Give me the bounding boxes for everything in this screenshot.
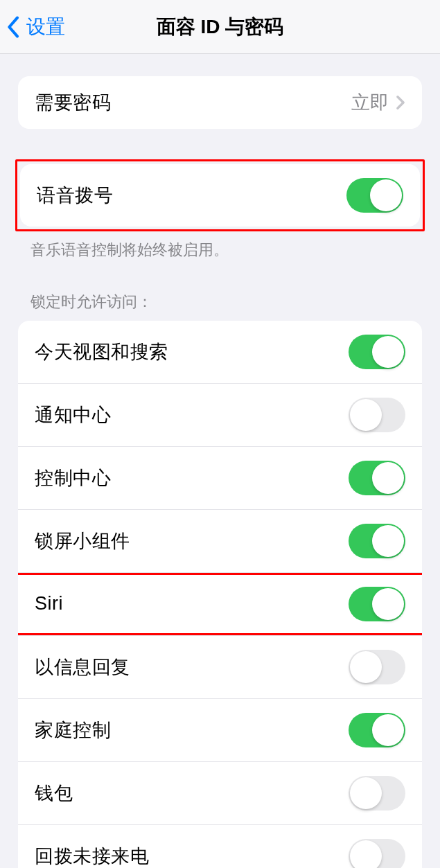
lock-access-row: 通知中心: [18, 384, 422, 447]
lock-access-toggle[interactable]: [349, 839, 405, 868]
lock-access-group: 今天视图和搜索通知中心控制中心锁屏小组件Siri以信息回复家庭控制钱包回拨未接来…: [18, 321, 422, 868]
voice-dial-label: 语音拨号: [37, 183, 113, 208]
lock-access-row: 以信息回复: [18, 636, 422, 699]
lock-access-row: 钱包: [18, 762, 422, 825]
navigation-bar: 设置 面容 ID 与密码: [0, 0, 440, 54]
highlight-voice-dial: 语音拨号: [15, 159, 425, 231]
lock-access-toggle[interactable]: [349, 461, 405, 495]
voice-dial-group: 语音拨号: [20, 164, 420, 227]
lock-access-row: 今天视图和搜索: [18, 321, 422, 384]
chevron-left-icon: [7, 15, 21, 39]
require-passcode-group: 需要密码 立即: [18, 76, 422, 129]
page-title: 面容 ID 与密码: [0, 14, 440, 40]
lock-access-label: 通知中心: [35, 402, 111, 427]
lock-access-label: 回拨未接来电: [35, 844, 149, 868]
lock-access-row-siri: Siri: [18, 573, 422, 636]
lock-access-toggle[interactable]: [349, 335, 405, 369]
lock-access-row: 控制中心: [18, 447, 422, 510]
chevron-right-icon: [396, 95, 405, 110]
require-passcode-label: 需要密码: [35, 90, 111, 115]
lock-access-toggle[interactable]: [349, 524, 405, 558]
lock-access-label: 控制中心: [35, 466, 111, 490]
lock-access-label: 家庭控制: [35, 718, 111, 743]
back-button[interactable]: 设置: [0, 14, 65, 40]
require-passcode-row[interactable]: 需要密码 立即: [18, 76, 422, 129]
lock-access-row: 回拨未接来电: [18, 825, 422, 868]
voice-dial-row: 语音拨号: [20, 164, 420, 227]
lock-access-row: 锁屏小组件: [18, 510, 422, 573]
lock-access-header: 锁定时允许访问：: [0, 292, 440, 321]
lock-access-toggle[interactable]: [349, 398, 405, 432]
voice-dial-footer: 音乐语音控制将始终被启用。: [0, 231, 440, 261]
lock-access-label: 锁屏小组件: [35, 529, 130, 553]
require-passcode-value: 立即: [351, 90, 389, 115]
lock-access-toggle[interactable]: [349, 713, 405, 747]
lock-access-row: 家庭控制: [18, 699, 422, 762]
lock-access-toggle[interactable]: [349, 587, 405, 621]
lock-access-label: 以信息回复: [35, 655, 130, 680]
lock-access-label: 今天视图和搜索: [35, 339, 168, 364]
lock-access-toggle[interactable]: [349, 776, 405, 811]
lock-access-label: 钱包: [35, 781, 73, 806]
back-label: 设置: [26, 14, 65, 40]
voice-dial-toggle[interactable]: [346, 178, 403, 213]
lock-access-label: Siri: [35, 593, 63, 614]
lock-access-toggle[interactable]: [349, 650, 405, 684]
